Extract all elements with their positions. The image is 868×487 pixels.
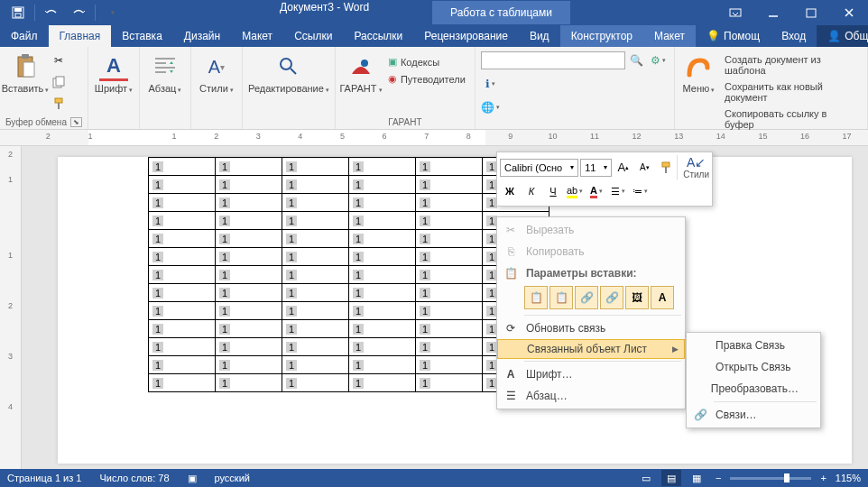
table-cell[interactable]: 1	[216, 374, 282, 392]
view-print-layout[interactable]: ▤	[661, 470, 681, 486]
table-cell[interactable]: 1	[282, 176, 349, 194]
underline-button[interactable]: Ч	[543, 181, 563, 201]
table-cell[interactable]: 1	[349, 212, 416, 230]
status-proofing[interactable]: ▣	[188, 473, 197, 484]
italic-button[interactable]: К	[522, 181, 541, 201]
table-cell[interactable]: 1	[216, 194, 282, 212]
table-cell[interactable]: 1	[282, 230, 349, 248]
dialog-launcher-icon[interactable]: ⬊	[70, 117, 82, 127]
table-cell[interactable]: 1	[282, 356, 349, 374]
qat-customize-button[interactable]	[99, 2, 125, 23]
editing-button[interactable]: Редактирование	[248, 51, 329, 96]
table-cell[interactable]: 1	[416, 248, 483, 266]
table-cell[interactable]: 1	[349, 302, 416, 320]
undo-button[interactable]	[39, 2, 64, 23]
document-table[interactable]: 1111111111111111111111111111111111111111…	[148, 157, 549, 392]
directum-create-template[interactable]: Создать документ из шаблона	[721, 52, 862, 78]
view-web-layout[interactable]: ▦	[687, 470, 706, 486]
tab-table-design[interactable]: Конструктор	[560, 25, 643, 47]
bold-button[interactable]: Ж	[500, 181, 520, 201]
zoom-level[interactable]: 115%	[836, 473, 861, 483]
table-cell[interactable]: 1	[216, 320, 282, 338]
status-word-count[interactable]: Число слов: 78	[99, 473, 169, 483]
tab-review[interactable]: Рецензирование	[413, 25, 519, 47]
tab-view[interactable]: Вид	[519, 25, 560, 47]
table-cell[interactable]: 1	[216, 230, 282, 248]
grow-font-button[interactable]: A▴	[614, 158, 633, 178]
paragraph-button[interactable]: Абзац	[145, 51, 185, 96]
save-button[interactable]	[5, 2, 31, 23]
shrink-font-button[interactable]: A▾	[635, 158, 654, 178]
table-cell[interactable]: 1	[282, 284, 349, 302]
paste-text-only[interactable]: A	[651, 286, 674, 309]
table-cell[interactable]: 1	[216, 338, 282, 356]
table-cell[interactable]: 1	[349, 230, 416, 248]
table-cell[interactable]: 1	[349, 338, 416, 356]
maximize-button[interactable]	[792, 0, 830, 25]
status-page[interactable]: Страница 1 из 1	[7, 473, 81, 483]
format-painter-button[interactable]	[49, 94, 69, 114]
tab-layout[interactable]: Макет	[231, 25, 283, 47]
table-cell[interactable]: 1	[349, 356, 416, 374]
table-cell[interactable]: 1	[416, 284, 483, 302]
table-cell[interactable]: 1	[349, 248, 416, 266]
search-go-button[interactable]: 🔍	[627, 51, 647, 70]
styles-button[interactable]: A▾ Стили	[197, 51, 236, 96]
table-cell[interactable]: 1	[349, 194, 416, 212]
table-cell[interactable]: 1	[416, 230, 483, 248]
garant-codex-link[interactable]: ▣Кодексы	[384, 54, 469, 69]
numbering-button[interactable]: ≔	[630, 181, 650, 201]
directum-save-new[interactable]: Сохранить как новый документ	[721, 79, 862, 105]
highlight-button[interactable]: ab	[565, 181, 585, 201]
table-cell[interactable]: 1	[282, 194, 349, 212]
table-cell[interactable]: 1	[416, 338, 483, 356]
table-cell[interactable]: 1	[416, 356, 483, 374]
sign-in-button[interactable]: Вход	[771, 25, 817, 47]
table-cell[interactable]: 1	[416, 374, 483, 392]
tab-insert[interactable]: Вставка	[111, 25, 173, 47]
zoom-out-button[interactable]: −	[712, 473, 725, 483]
table-cell[interactable]: 1	[149, 320, 216, 338]
search-input[interactable]	[481, 51, 625, 69]
redo-button[interactable]	[66, 2, 91, 23]
paste-picture[interactable]: 🖼	[625, 286, 649, 309]
directum-menu-button[interactable]: Меню	[680, 51, 717, 96]
table-cell[interactable]: 1	[149, 176, 216, 194]
table-cell[interactable]: 1	[149, 356, 216, 374]
table-cell[interactable]: 1	[416, 176, 483, 194]
sub-open-link[interactable]: Открыть Связь	[687, 356, 820, 378]
table-cell[interactable]: 1	[282, 266, 349, 284]
table-cell[interactable]: 1	[149, 266, 216, 284]
table-cell[interactable]: 1	[416, 212, 483, 230]
table-cell[interactable]: 1	[349, 158, 416, 176]
table-cell[interactable]: 1	[216, 284, 282, 302]
bullets-button[interactable]: ☰	[608, 181, 628, 201]
close-button[interactable]	[830, 0, 868, 25]
zoom-slider[interactable]	[730, 477, 811, 480]
ctx-linked-object[interactable]: Связанный объект Лист▶	[497, 339, 685, 359]
styles-mini-button[interactable]: A↙ Стили	[677, 155, 709, 179]
table-cell[interactable]: 1	[282, 158, 349, 176]
font-name-combo[interactable]: Calibri (Осно▾	[500, 159, 578, 177]
garant-button[interactable]: ГАРАНТ	[341, 51, 381, 96]
ribbon-options-button[interactable]	[716, 0, 754, 25]
table-cell[interactable]: 1	[416, 302, 483, 320]
ctx-paragraph[interactable]: ☰Абзац…	[497, 385, 685, 407]
sub-links[interactable]: 🔗Связи…	[687, 404, 820, 426]
table-cell[interactable]: 1	[282, 338, 349, 356]
table-cell[interactable]: 1	[416, 266, 483, 284]
table-cell[interactable]: 1	[416, 320, 483, 338]
table-cell[interactable]: 1	[282, 320, 349, 338]
ctx-font[interactable]: AШрифт…	[497, 363, 685, 385]
format-painter-mini[interactable]	[656, 158, 675, 178]
table-cell[interactable]: 1	[349, 284, 416, 302]
tell-me-button[interactable]: 💡Помощ	[696, 25, 771, 47]
paste-link-dest[interactable]: 🔗	[600, 286, 623, 309]
cut-button[interactable]: ✂	[49, 51, 69, 70]
table-cell[interactable]: 1	[149, 194, 216, 212]
table-cell[interactable]: 1	[349, 374, 416, 392]
sub-edit-link[interactable]: Правка Связь	[687, 335, 820, 356]
table-cell[interactable]: 1	[216, 248, 282, 266]
tab-table-layout[interactable]: Макет	[643, 25, 696, 47]
view-read-mode[interactable]: ▭	[636, 470, 656, 486]
